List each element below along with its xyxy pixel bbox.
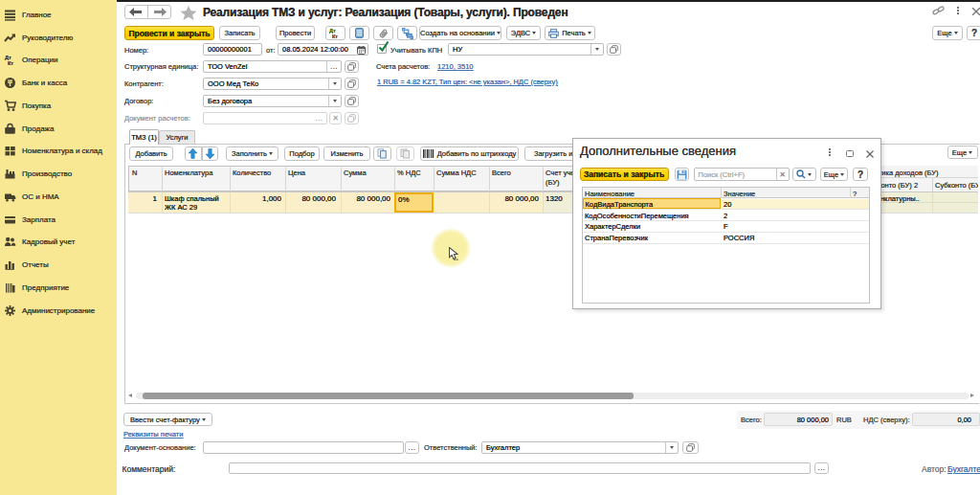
svg-text:Кт: Кт bbox=[8, 60, 13, 66]
svg-text:Кт: Кт bbox=[332, 34, 338, 39]
